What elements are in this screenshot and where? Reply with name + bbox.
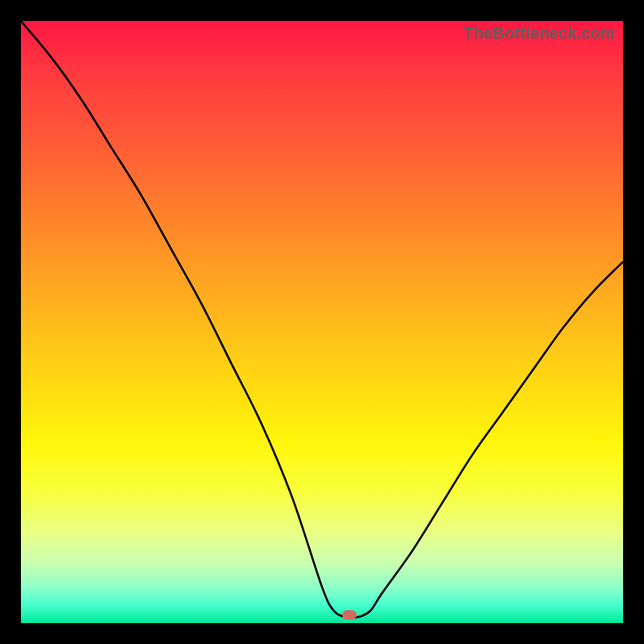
watermark-text: TheBottleneck.com <box>464 24 615 43</box>
bottleneck-curve <box>21 21 623 623</box>
plot-area: TheBottleneck.com <box>21 21 623 623</box>
optimal-point-marker <box>342 610 357 620</box>
curve-path <box>21 21 623 617</box>
chart-frame: TheBottleneck.com <box>0 0 644 644</box>
